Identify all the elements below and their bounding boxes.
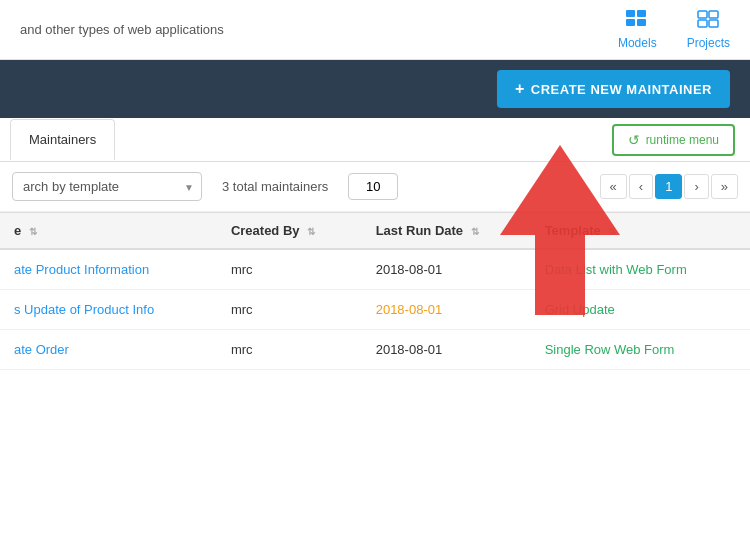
row-name-link-0[interactable]: ate Product Information [14, 262, 149, 277]
tab-row: Maintainers ↺ runtime menu [0, 118, 750, 162]
cell-name-0: ate Product Information [0, 249, 217, 290]
models-icon [626, 10, 648, 33]
cell-template-2: Single Row Web Form [531, 330, 750, 370]
table-wrapper: e ⇅ Created By ⇅ Last Run Date ⇅ Templat… [0, 212, 750, 370]
template-link-2[interactable]: Single Row Web Form [545, 342, 675, 357]
template-link-0[interactable]: Data List with Web Form [545, 262, 687, 277]
col-template-label: Template [545, 223, 601, 238]
filter-row: arch by template 3 total maintainers 10 … [0, 162, 750, 212]
col-created-by-label: Created By [231, 223, 300, 238]
last-run-value-0: 2018-08-01 [376, 262, 443, 277]
pagination-prev[interactable]: ‹ [629, 174, 653, 199]
svg-rect-6 [698, 20, 707, 27]
cell-last-run-0: 2018-08-01 [362, 249, 531, 290]
col-created-by: Created By ⇅ [217, 213, 362, 250]
svg-rect-5 [709, 11, 718, 18]
top-nav: and other types of web applications Mode… [0, 0, 750, 60]
svg-rect-7 [709, 20, 718, 27]
sort-template-icon[interactable]: ⇅ [608, 226, 616, 237]
last-run-value-2: 2018-08-01 [376, 342, 443, 357]
template-select[interactable]: arch by template [12, 172, 202, 201]
table-row: ate Order mrc 2018-08-01 Single Row Web … [0, 330, 750, 370]
table-row: ate Product Information mrc 2018-08-01 D… [0, 249, 750, 290]
sort-created-icon[interactable]: ⇅ [307, 226, 315, 237]
pagination-current[interactable]: 1 [655, 174, 682, 199]
tab-maintainers-label: Maintainers [29, 132, 96, 147]
template-select-wrapper: arch by template [12, 172, 202, 201]
nav-models[interactable]: Models [618, 10, 657, 50]
pagination: « ‹ 1 › » [600, 174, 738, 199]
svg-rect-1 [637, 10, 646, 17]
runtime-btn-label: runtime menu [646, 133, 719, 147]
cell-created-by-0: mrc [217, 249, 362, 290]
nav-projects[interactable]: Projects [687, 10, 730, 50]
col-name: e ⇅ [0, 213, 217, 250]
svg-rect-4 [698, 11, 707, 18]
sort-lastrun-icon[interactable]: ⇅ [471, 226, 479, 237]
svg-rect-3 [637, 19, 646, 26]
projects-icon [697, 10, 719, 33]
page-wrapper: and other types of web applications Mode… [0, 0, 750, 550]
col-name-label: e [14, 223, 21, 238]
create-maintainer-button[interactable]: + CREATE NEW MAINTAINER [497, 70, 730, 108]
template-link-1[interactable]: Grid Update [545, 302, 615, 317]
per-page-input[interactable]: 10 [348, 173, 398, 200]
table-row: s Update of Product Info mrc 2018-08-01 … [0, 290, 750, 330]
row-name-link-1[interactable]: s Update of Product Info [14, 302, 154, 317]
created-by-value-1: mrc [231, 302, 253, 317]
cell-last-run-2: 2018-08-01 [362, 330, 531, 370]
tab-maintainers[interactable]: Maintainers [10, 119, 115, 161]
svg-rect-0 [626, 10, 635, 17]
runtime-menu-button[interactable]: ↺ runtime menu [612, 124, 735, 156]
cell-template-0: Data List with Web Form [531, 249, 750, 290]
create-btn-label: CREATE NEW MAINTAINER [531, 82, 712, 97]
maintainers-table: e ⇅ Created By ⇅ Last Run Date ⇅ Templat… [0, 212, 750, 370]
table-header-row: e ⇅ Created By ⇅ Last Run Date ⇅ Templat… [0, 213, 750, 250]
runtime-refresh-icon: ↺ [628, 132, 640, 148]
cell-name-2: ate Order [0, 330, 217, 370]
total-maintainers-label: 3 total maintainers [222, 179, 328, 194]
nav-tagline: and other types of web applications [20, 22, 224, 37]
cell-name-1: s Update of Product Info [0, 290, 217, 330]
col-last-run: Last Run Date ⇅ [362, 213, 531, 250]
cell-created-by-1: mrc [217, 290, 362, 330]
cell-template-1: Grid Update [531, 290, 750, 330]
plus-icon: + [515, 80, 525, 98]
cell-last-run-1: 2018-08-01 [362, 290, 531, 330]
cell-created-by-2: mrc [217, 330, 362, 370]
nav-links: Models Projects [618, 10, 730, 50]
toolbar: + CREATE NEW MAINTAINER [0, 60, 750, 118]
col-template: Template ⇅ [531, 213, 750, 250]
table-body: ate Product Information mrc 2018-08-01 D… [0, 249, 750, 370]
sort-name-icon[interactable]: ⇅ [29, 226, 37, 237]
pagination-first[interactable]: « [600, 174, 627, 199]
models-label: Models [618, 36, 657, 50]
projects-label: Projects [687, 36, 730, 50]
svg-rect-2 [626, 19, 635, 26]
row-name-link-2[interactable]: ate Order [14, 342, 69, 357]
col-last-run-label: Last Run Date [376, 223, 463, 238]
created-by-value-0: mrc [231, 262, 253, 277]
pagination-last[interactable]: » [711, 174, 738, 199]
created-by-value-2: mrc [231, 342, 253, 357]
last-run-value-1: 2018-08-01 [376, 302, 443, 317]
pagination-next[interactable]: › [684, 174, 708, 199]
